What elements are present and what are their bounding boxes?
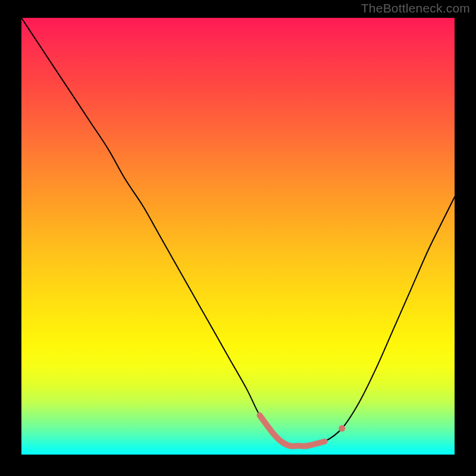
- highlight-dot: [339, 425, 345, 432]
- watermark-text: TheBottleneck.com: [361, 1, 470, 15]
- chart-stage: TheBottleneck.com: [0, 0, 476, 476]
- highlight-segment: [259, 415, 324, 446]
- plot-area: [21, 18, 455, 455]
- curve-layer: [21, 18, 455, 455]
- bottleneck-curve: [21, 18, 455, 446]
